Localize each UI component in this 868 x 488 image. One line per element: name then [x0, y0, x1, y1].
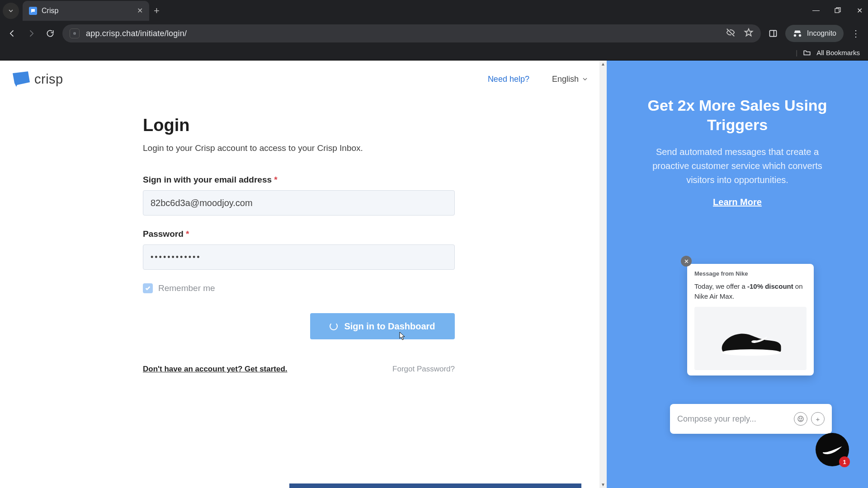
svg-point-2 [722, 349, 781, 356]
folder-icon [803, 49, 811, 57]
chat-product-image [694, 307, 807, 370]
url-text: app.crisp.chat/initiate/login/ [86, 29, 719, 38]
compose-reply-box[interactable]: Compose your reply... + [670, 404, 832, 434]
site-info-button[interactable] [70, 28, 80, 38]
browser-chrome: Crisp ✕ + — ✕ app.crisp.chat/initiate/lo… [0, 0, 868, 61]
page-subtitle: Login to your Crisp account to access to… [143, 143, 455, 153]
form-footer-links: Don't have an account yet? Get started. … [143, 365, 455, 374]
chat-preview-card: ✕ Message from Nike Today, we offer a -1… [687, 264, 814, 375]
minimize-button[interactable]: — [812, 6, 820, 14]
all-bookmarks-button[interactable]: All Bookmarks [816, 49, 860, 56]
svg-rect-0 [835, 9, 839, 13]
chat-text-prefix: Today, we offer a [694, 282, 747, 290]
notification-badge: 1 [839, 456, 850, 467]
window-controls: — ✕ [812, 6, 863, 14]
chevron-down-icon [9, 9, 13, 13]
brand-logo[interactable]: crisp [12, 71, 63, 87]
arrow-left-icon [8, 29, 17, 38]
spinner-icon [330, 322, 338, 330]
chat-launcher-button[interactable]: 1 [816, 433, 849, 466]
nike-swoosh-icon [822, 445, 843, 455]
svg-rect-1 [770, 30, 777, 36]
chat-sender: Message from Nike [694, 270, 807, 277]
chat-close-button[interactable]: ✕ [681, 256, 692, 267]
compose-placeholder: Compose your reply... [677, 414, 790, 424]
sign-in-button[interactable]: Sign in to Dashboard [310, 313, 455, 339]
email-label-text: Sign in with your email address [143, 175, 272, 184]
emoji-button[interactable] [794, 412, 807, 426]
shoe-icon [717, 320, 784, 357]
checkbox-icon [143, 283, 153, 293]
svg-point-5 [801, 418, 802, 418]
password-label-text: Password [143, 229, 184, 239]
page-header: crisp Need help? English [0, 61, 599, 87]
new-tab-button[interactable]: + [154, 6, 160, 16]
email-label: Sign in with your email address * [143, 175, 455, 185]
password-field[interactable] [143, 244, 455, 270]
bottom-banner-strip [289, 483, 581, 488]
incognito-icon [793, 28, 802, 38]
browser-tab[interactable]: Crisp ✕ [23, 1, 149, 21]
svg-point-3 [798, 416, 803, 422]
separator: | [796, 49, 797, 56]
need-help-link[interactable]: Need help? [488, 75, 529, 84]
attach-button[interactable]: + [811, 412, 825, 426]
login-form: Login Login to your Crisp account to acc… [143, 116, 455, 374]
page-title: Login [143, 116, 455, 135]
tab-close-button[interactable]: ✕ [137, 7, 143, 14]
forward-button[interactable] [24, 27, 38, 40]
panel-icon [769, 29, 778, 38]
required-asterisk: * [186, 229, 189, 239]
tab-favicon [29, 7, 37, 15]
remember-me-label: Remember me [158, 283, 215, 293]
email-field[interactable] [143, 190, 455, 216]
browser-toolbar: app.crisp.chat/initiate/login/ Incognito… [0, 22, 868, 45]
bookmarks-bar: | All Bookmarks [0, 45, 868, 61]
get-started-link[interactable]: Don't have an account yet? Get started. [143, 365, 288, 374]
side-panel-button[interactable] [766, 27, 780, 40]
promo-heading: Get 2x More Sales Using Triggers [607, 61, 868, 134]
chat-message: Today, we offer a -10% discount on Nike … [694, 282, 807, 301]
password-label: Password * [143, 229, 455, 239]
chevron-down-icon [582, 76, 588, 82]
login-pane: crisp Need help? English Login Login to … [0, 61, 599, 488]
language-label: English [552, 75, 579, 84]
brand-name: crisp [34, 72, 63, 87]
chat-text-bold: -10% discount [747, 282, 793, 290]
eye-off-icon[interactable] [726, 28, 736, 40]
incognito-indicator[interactable]: Incognito [785, 25, 844, 42]
language-selector[interactable]: English [552, 75, 588, 84]
incognito-label: Incognito [807, 29, 836, 38]
remember-me-checkbox[interactable]: Remember me [143, 283, 455, 293]
promo-body: Send automated messages that create a pr… [607, 134, 868, 187]
promo-panel: Get 2x More Sales Using Triggers Send au… [607, 61, 868, 488]
address-bar[interactable]: app.crisp.chat/initiate/login/ [62, 24, 761, 42]
page-viewport: crisp Need help? English Login Login to … [0, 61, 868, 488]
scrollbar[interactable]: ▲ ▼ [599, 61, 607, 488]
learn-more-link[interactable]: Learn More [607, 197, 868, 207]
browser-menu-button[interactable]: ⋮ [849, 28, 863, 39]
bookmark-star-button[interactable] [744, 28, 754, 40]
back-button[interactable] [5, 27, 19, 40]
tab-title: Crisp [42, 7, 132, 15]
crisp-logo-icon [12, 71, 30, 87]
tabstrip: Crisp ✕ + — ✕ [0, 0, 868, 22]
required-asterisk: * [274, 175, 277, 184]
scroll-down-icon: ▼ [601, 482, 605, 487]
smiley-icon [797, 415, 804, 422]
svg-point-4 [799, 418, 800, 418]
sign-in-label: Sign in to Dashboard [344, 321, 435, 332]
close-window-button[interactable]: ✕ [855, 6, 863, 14]
reload-button[interactable] [43, 27, 57, 40]
reload-icon [46, 29, 55, 38]
tab-search-button[interactable] [3, 3, 19, 19]
scroll-up-icon: ▲ [601, 61, 605, 66]
maximize-button[interactable] [834, 6, 842, 14]
arrow-right-icon [27, 29, 36, 38]
forgot-password-link[interactable]: Forgot Password? [392, 365, 455, 374]
